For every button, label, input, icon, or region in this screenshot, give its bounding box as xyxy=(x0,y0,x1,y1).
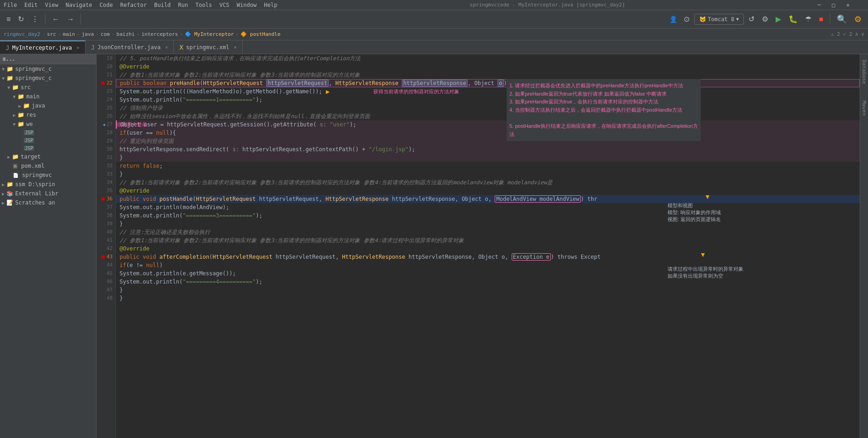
tab-springmvc-xml[interactable]: X springmvc.xml ✕ xyxy=(174,40,242,54)
tab-myinterceptor[interactable]: J MyInterceptor.java ✕ xyxy=(0,40,86,54)
breadcrumb-main[interactable]: main xyxy=(63,31,75,37)
sep2: › xyxy=(58,31,61,37)
line-29: 29 xyxy=(97,137,115,145)
close-btn[interactable]: ✕ xyxy=(846,2,850,8)
expand-arrow-ext[interactable]: ▶ xyxy=(2,191,5,196)
expand-arrow2[interactable]: ▼ xyxy=(2,76,5,81)
database-btn[interactable]: Database xyxy=(860,56,868,88)
sidebar-title: ≡... xyxy=(3,56,15,62)
menu-window[interactable]: Window xyxy=(237,2,257,8)
menu-refactor[interactable]: Refactor xyxy=(120,2,147,8)
breadcrumb-java[interactable]: java xyxy=(82,31,94,37)
code-text-36: public void postHandle(HttpServletReques… xyxy=(120,195,597,203)
code-text-37: System.out.println(modelAndView); xyxy=(120,203,229,211)
run-btn[interactable]: ▶ xyxy=(773,13,784,25)
expand-arrow[interactable]: ▼ xyxy=(2,67,5,72)
sidebar-item-springmvc-c2[interactable]: ▼ 📁 springmvc_c xyxy=(0,74,96,83)
arrow-right-23: ▶ xyxy=(326,87,330,96)
sidebar-item-scratches[interactable]: ▶ 📝 Scratches an xyxy=(0,198,96,207)
tab-myinterceptor-close[interactable]: ✕ xyxy=(76,45,79,50)
sidebar-item-we[interactable]: ▼ 📁 we xyxy=(0,119,96,129)
tab-springmvc-xml-close[interactable]: ✕ xyxy=(234,45,237,50)
tree-btn[interactable]: ⋮ xyxy=(29,13,41,25)
tomcat-selector[interactable]: 🐱 Tomcat 8 ▼ xyxy=(694,14,744,25)
sidebar-item-jsp3[interactable]: JSP xyxy=(0,144,96,152)
line-34: 34 xyxy=(97,178,115,187)
search-everywhere-btn[interactable]: 🔍 xyxy=(834,12,850,26)
scratch-icon: 📝 xyxy=(6,199,13,206)
expand-arrow-ssm[interactable]: ▶ xyxy=(2,182,5,187)
expand-arrow-scratch[interactable]: ▶ xyxy=(2,200,5,205)
menu-help[interactable]: Help xyxy=(264,2,277,8)
settings-btn[interactable]: ⚙ xyxy=(759,13,771,25)
maximize-btn[interactable]: □ xyxy=(832,2,835,8)
menu-navigate[interactable]: Navigate xyxy=(66,2,92,8)
line-43: 43 xyxy=(97,253,115,261)
sidebar-item-src[interactable]: ▼ 📁 src xyxy=(0,83,96,92)
sidebar-item-java[interactable]: ▶ 📁 java xyxy=(0,101,96,110)
sync-btn[interactable]: ↻ xyxy=(15,13,27,25)
settings2-btn[interactable]: ⚙ xyxy=(851,12,864,26)
breadcrumb-class[interactable]: 🔷 MyInterceptor xyxy=(185,31,234,37)
sidebar-springmvc-label: springmvc xyxy=(22,172,52,178)
code-text-20: @Override xyxy=(120,63,149,71)
sidebar-item-main[interactable]: ▼ 📁 main xyxy=(0,92,96,101)
breadcrumb-baizhi[interactable]: baizhi xyxy=(116,31,135,37)
line-23: 23 xyxy=(97,87,115,96)
code-text-21: // 参数1:当前请求对象 参数2:当前请求对应响应对象 参数3:当前请求的控制… xyxy=(120,71,360,79)
breadcrumb-method[interactable]: 🔶 postHandle xyxy=(240,31,280,37)
expand-arrow-target[interactable]: ▶ xyxy=(7,154,10,159)
line-38: 38 xyxy=(97,211,115,220)
breadcrumb-project[interactable]: ringmvc_day2 xyxy=(4,31,40,37)
ext-icon: 📚 xyxy=(6,190,13,197)
target-icon[interactable]: ⊙ xyxy=(681,13,692,25)
sidebar-item-external[interactable]: ▶ 📚 External Libr xyxy=(0,189,96,198)
sidebar-main-label: main xyxy=(26,93,40,100)
menu-vcs[interactable]: VCS xyxy=(219,2,229,8)
sidebar-item-target[interactable]: ▶ 📁 target xyxy=(0,152,96,161)
menu-run[interactable]: Run xyxy=(178,2,188,8)
menu-file[interactable]: File xyxy=(4,2,17,8)
menu-edit[interactable]: Edit xyxy=(24,2,38,8)
menu-build[interactable]: Build xyxy=(154,2,171,8)
sidebar-item-springmvc-file[interactable]: 📄 springmvc xyxy=(0,171,96,180)
code-text-24: System.out.println("=========1==========… xyxy=(120,96,263,104)
tab-jsoncontroller[interactable]: J JsonController.java ✕ xyxy=(86,40,174,54)
code-line-46: System.out.println("=========4==========… xyxy=(116,278,860,286)
sidebar-item-ssm[interactable]: ▶ 📁 ssm D:\sprin xyxy=(0,180,96,189)
line-46: 46 xyxy=(97,278,115,286)
forward-btn[interactable]: → xyxy=(64,13,77,25)
code-editor[interactable]: // 5. postHandle执行结束之后响应应请求，在响应请求完成后会执行a… xyxy=(116,54,860,438)
sidebar-item-res[interactable]: ▶ 📁 res xyxy=(0,110,96,119)
expand-arrow-main[interactable]: ▼ xyxy=(13,94,16,99)
code-text-35: @Override xyxy=(120,187,149,195)
expand-arrow-we[interactable]: ▼ xyxy=(13,122,16,127)
maven-btn[interactable]: Maven xyxy=(860,97,868,119)
stop-btn[interactable]: ■ xyxy=(816,13,826,25)
refresh-btn[interactable]: ↺ xyxy=(746,13,757,25)
breadcrumb-src[interactable]: src xyxy=(47,31,56,37)
debug-btn[interactable]: 🐛 xyxy=(786,13,800,25)
sidebar-item-pom[interactable]: m pom.xml xyxy=(0,161,96,171)
breadcrumb-interceptors[interactable]: interceptors xyxy=(142,31,178,37)
coverage-btn[interactable]: ☂ xyxy=(802,13,814,25)
menu-view[interactable]: View xyxy=(45,2,58,8)
menu-bar: File Edit View Navigate Code Refactor Bu… xyxy=(0,0,868,10)
bookmark-27: ◆ xyxy=(103,120,105,129)
tab-jsoncontroller-close[interactable]: ✕ xyxy=(165,45,168,50)
menu-tools[interactable]: Tools xyxy=(195,2,212,8)
code-line-30: httpServletResponse.sendRedirect( s: htt… xyxy=(116,145,860,154)
expand-arrow-src[interactable]: ▼ xyxy=(7,85,10,90)
breadcrumb-com[interactable]: com xyxy=(101,31,110,37)
folder-icon: 📁 xyxy=(6,66,13,72)
sidebar-item-springmvc-c1[interactable]: ▼ 📁 springmvc_c xyxy=(0,64,96,74)
minimize-btn[interactable]: ─ xyxy=(817,2,821,8)
project-btn[interactable]: ≡ xyxy=(4,13,13,25)
expand-arrow-java[interactable]: ▶ xyxy=(18,103,21,108)
expand-arrow-res[interactable]: ▶ xyxy=(13,113,16,118)
sidebar-item-jsp1[interactable]: JSP xyxy=(0,129,96,137)
sidebar-item-jsp2[interactable]: JSP xyxy=(0,137,96,144)
sidebar-ssm-label: ssm D:\sprin xyxy=(15,181,55,188)
menu-code[interactable]: Code xyxy=(100,2,113,8)
back-btn[interactable]: ← xyxy=(49,13,62,25)
